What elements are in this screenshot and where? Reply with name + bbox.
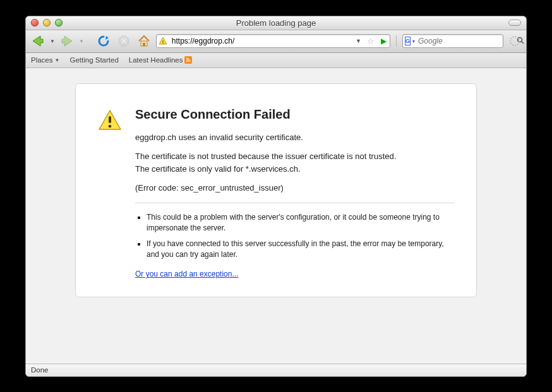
places-label: Places: [31, 56, 53, 64]
titlebar: Problem loading page: [26, 16, 526, 30]
error-bullet-1: This could be a problem with the server'…: [147, 212, 455, 234]
error-suggestions: This could be a problem with the server'…: [135, 212, 455, 259]
search-bar[interactable]: G ▾: [402, 34, 503, 48]
url-bar[interactable]: ! ▼ ☆ ▶: [156, 34, 390, 48]
error-intro: eggdrop.ch uses an invalid security cert…: [135, 132, 455, 143]
warning-triangle-icon: [97, 108, 123, 280]
svg-point-8: [109, 124, 112, 128]
search-engine-icon[interactable]: G: [405, 37, 411, 45]
stop-icon: [118, 35, 129, 47]
activity-throbber-icon: [510, 36, 520, 46]
content-area: Secure Connection Failed eggdrop.ch uses…: [26, 68, 526, 364]
forward-button[interactable]: [59, 33, 75, 49]
error-body: Secure Connection Failed eggdrop.ch uses…: [135, 105, 455, 280]
identity-warning-icon[interactable]: !: [158, 36, 168, 46]
home-button[interactable]: [136, 33, 152, 49]
url-input[interactable]: [171, 36, 352, 46]
arrow-right-icon: [59, 33, 75, 49]
error-reason-2: The certificate is only valid for *.wser…: [135, 163, 455, 175]
traffic-lights: [31, 19, 63, 27]
bookmark-latest-headlines[interactable]: Latest Headlines: [129, 56, 193, 64]
svg-rect-2: [143, 43, 145, 46]
status-bar: Done: [26, 364, 526, 376]
error-reason-1: The certificate is not trusted because t…: [135, 151, 455, 162]
bookmark-star-icon[interactable]: ☆: [365, 37, 376, 46]
stop-button[interactable]: [116, 33, 132, 49]
svg-rect-7: [109, 116, 111, 123]
urlbar-dropdown-icon[interactable]: ▼: [354, 38, 363, 44]
toolbar-separator: [396, 35, 397, 47]
latest-headlines-label: Latest Headlines: [129, 56, 183, 64]
navigation-toolbar: ▼ ▼: [26, 30, 526, 53]
error-card: Secure Connection Failed eggdrop.ch uses…: [75, 83, 477, 297]
go-icon[interactable]: ▶: [379, 37, 388, 45]
browser-window: Problem loading page ▼ ▼: [25, 16, 527, 377]
arrow-left-icon: [30, 33, 45, 49]
svg-point-6: [186, 61, 188, 62]
forward-history-dropdown[interactable]: ▼: [79, 39, 84, 44]
toolbar-capsule-button[interactable]: [508, 20, 521, 26]
chevron-down-icon: ▼: [55, 57, 60, 63]
bookmarks-toolbar: Places ▼ Getting Started Latest Headline…: [26, 53, 526, 68]
search-input[interactable]: [417, 36, 515, 46]
add-exception-link[interactable]: Or you can add an exception...: [135, 270, 238, 278]
home-icon: [137, 34, 151, 48]
svg-line-5: [522, 42, 524, 44]
status-text: Done: [31, 366, 49, 374]
bookmark-getting-started[interactable]: Getting Started: [69, 56, 118, 64]
getting-started-label: Getting Started: [69, 56, 118, 64]
separator: [135, 203, 455, 203]
bookmarks-places[interactable]: Places ▼: [31, 56, 59, 64]
reload-icon: [97, 35, 110, 47]
back-button[interactable]: [30, 33, 46, 49]
close-button[interactable]: [31, 19, 39, 27]
minimize-button[interactable]: [43, 19, 51, 27]
zoom-button[interactable]: [55, 19, 63, 27]
window-title: Problem loading page: [26, 18, 526, 28]
svg-text:!: !: [162, 39, 164, 45]
error-heading: Secure Connection Failed: [135, 105, 455, 123]
search-engine-dropdown[interactable]: ▾: [412, 39, 415, 44]
error-bullet-2: If you have connected to this server suc…: [147, 239, 455, 260]
reload-button[interactable]: [95, 33, 112, 49]
error-code: (Error code: sec_error_untrusted_issuer): [135, 182, 455, 194]
rss-icon: [184, 56, 192, 64]
back-history-dropdown[interactable]: ▼: [50, 39, 55, 44]
